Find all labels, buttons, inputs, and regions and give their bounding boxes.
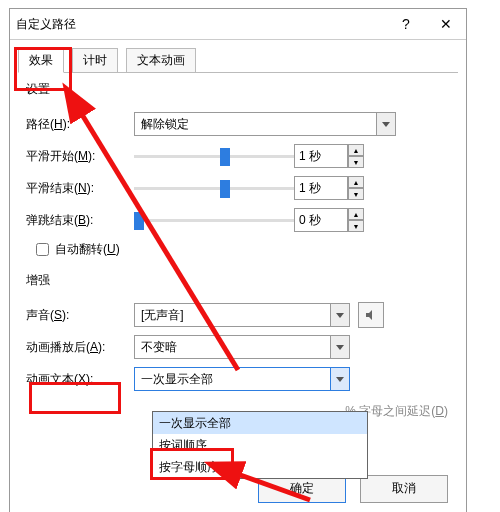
tab-text-anim[interactable]: 文本动画	[126, 48, 196, 73]
smooth-start-spinner[interactable]: 1 秒 ▲▼	[294, 144, 364, 168]
chevron-down-icon[interactable]	[330, 368, 349, 390]
bounce-end-spinner[interactable]: 0 秒 ▲▼	[294, 208, 364, 232]
smooth-start-slider[interactable]	[134, 145, 294, 167]
spin-up[interactable]: ▲	[348, 144, 364, 156]
cancel-button[interactable]: 取消	[360, 475, 448, 503]
tab-effect[interactable]: 效果	[18, 48, 64, 73]
dropdown-opt-by-letter[interactable]: 按字母顺序	[153, 456, 367, 478]
path-value: 解除锁定	[135, 116, 376, 133]
tab-timing[interactable]: 计时	[72, 48, 118, 73]
animate-text-label: 动画文本(X):	[26, 371, 134, 388]
tabstrip: 效果 计时 文本动画	[18, 48, 458, 73]
bounce-end-slider[interactable]	[134, 209, 294, 231]
auto-reverse-checkbox[interactable]	[36, 243, 49, 256]
dialog-buttons: 确定 取消	[258, 475, 448, 503]
after-anim-combo[interactable]: 不变暗	[134, 335, 350, 359]
auto-reverse-label: 自动翻转(U)	[55, 241, 120, 258]
spin-down[interactable]: ▼	[348, 156, 364, 168]
animate-text-dropdown: 一次显示全部 按词顺序 按字母顺序	[152, 411, 368, 479]
dropdown-opt-show-all[interactable]: 一次显示全部	[153, 412, 367, 434]
smooth-end-label: 平滑结束(N):	[26, 180, 134, 197]
chevron-down-icon[interactable]	[376, 113, 395, 135]
title-bar: 自定义路径 ? ✕	[10, 9, 466, 40]
dropdown-opt-by-word[interactable]: 按词顺序	[153, 434, 367, 456]
enhance-header: 增强	[10, 264, 466, 291]
close-button[interactable]: ✕	[426, 9, 466, 39]
custom-path-dialog: 自定义路径 ? ✕ 效果 计时 文本动画 设置 路径(H): 解除锁定 平滑开始…	[9, 8, 467, 512]
chevron-down-icon[interactable]	[330, 336, 349, 358]
animate-text-combo[interactable]: 一次显示全部	[134, 367, 350, 391]
after-anim-label: 动画播放后(A):	[26, 339, 134, 356]
ok-button[interactable]: 确定	[258, 475, 346, 503]
dialog-title: 自定义路径	[10, 9, 386, 39]
chevron-down-icon[interactable]	[330, 304, 349, 326]
path-label: 路径(H):	[26, 116, 134, 133]
sound-combo[interactable]: [无声音]	[134, 303, 350, 327]
path-combo[interactable]: 解除锁定	[134, 112, 396, 136]
smooth-end-spinner[interactable]: 1 秒 ▲▼	[294, 176, 364, 200]
bounce-end-label: 弹跳结束(B):	[26, 212, 134, 229]
sound-label: 声音(S):	[26, 307, 134, 324]
settings-header: 设置	[10, 73, 466, 100]
smooth-end-slider[interactable]	[134, 177, 294, 199]
smooth-start-label: 平滑开始(M):	[26, 148, 134, 165]
speaker-icon[interactable]	[358, 302, 384, 328]
help-button[interactable]: ?	[386, 9, 426, 39]
